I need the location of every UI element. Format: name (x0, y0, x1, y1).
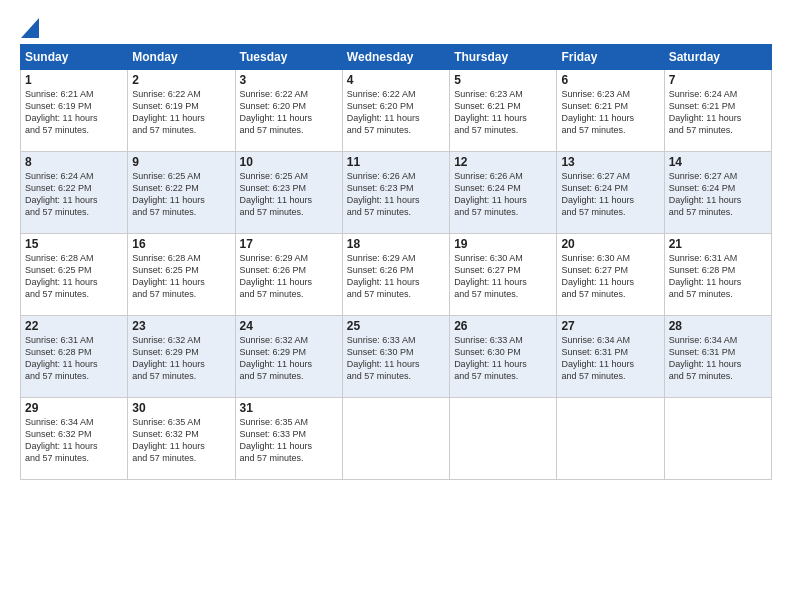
col-header-thursday: Thursday (450, 45, 557, 70)
calendar-cell: 28 Sunrise: 6:34 AMSunset: 6:31 PMDaylig… (664, 316, 771, 398)
svg-marker-0 (21, 18, 39, 38)
day-number: 21 (669, 237, 767, 251)
day-number: 4 (347, 73, 445, 87)
day-info: Sunrise: 6:31 AMSunset: 6:28 PMDaylight:… (25, 334, 123, 383)
day-number: 28 (669, 319, 767, 333)
calendar-cell (450, 398, 557, 480)
col-header-saturday: Saturday (664, 45, 771, 70)
day-info: Sunrise: 6:28 AMSunset: 6:25 PMDaylight:… (132, 252, 230, 301)
calendar-cell: 5 Sunrise: 6:23 AMSunset: 6:21 PMDayligh… (450, 70, 557, 152)
calendar-cell: 31 Sunrise: 6:35 AMSunset: 6:33 PMDaylig… (235, 398, 342, 480)
day-info: Sunrise: 6:26 AMSunset: 6:23 PMDaylight:… (347, 170, 445, 219)
day-number: 6 (561, 73, 659, 87)
day-number: 13 (561, 155, 659, 169)
day-number: 29 (25, 401, 123, 415)
day-info: Sunrise: 6:25 AMSunset: 6:22 PMDaylight:… (132, 170, 230, 219)
day-info: Sunrise: 6:34 AMSunset: 6:31 PMDaylight:… (561, 334, 659, 383)
day-info: Sunrise: 6:21 AMSunset: 6:19 PMDaylight:… (25, 88, 123, 137)
day-info: Sunrise: 6:27 AMSunset: 6:24 PMDaylight:… (669, 170, 767, 219)
day-info: Sunrise: 6:30 AMSunset: 6:27 PMDaylight:… (561, 252, 659, 301)
day-number: 16 (132, 237, 230, 251)
calendar-cell: 1 Sunrise: 6:21 AMSunset: 6:19 PMDayligh… (21, 70, 128, 152)
day-info: Sunrise: 6:32 AMSunset: 6:29 PMDaylight:… (240, 334, 338, 383)
logo (20, 18, 39, 36)
col-header-monday: Monday (128, 45, 235, 70)
calendar-cell: 25 Sunrise: 6:33 AMSunset: 6:30 PMDaylig… (342, 316, 449, 398)
calendar-cell: 19 Sunrise: 6:30 AMSunset: 6:27 PMDaylig… (450, 234, 557, 316)
day-info: Sunrise: 6:22 AMSunset: 6:20 PMDaylight:… (240, 88, 338, 137)
day-info: Sunrise: 6:23 AMSunset: 6:21 PMDaylight:… (454, 88, 552, 137)
logo-triangle-icon (21, 18, 39, 38)
day-number: 25 (347, 319, 445, 333)
calendar-cell: 12 Sunrise: 6:26 AMSunset: 6:24 PMDaylig… (450, 152, 557, 234)
day-info: Sunrise: 6:22 AMSunset: 6:20 PMDaylight:… (347, 88, 445, 137)
calendar-cell: 22 Sunrise: 6:31 AMSunset: 6:28 PMDaylig… (21, 316, 128, 398)
day-number: 8 (25, 155, 123, 169)
day-number: 27 (561, 319, 659, 333)
day-number: 19 (454, 237, 552, 251)
calendar-cell: 14 Sunrise: 6:27 AMSunset: 6:24 PMDaylig… (664, 152, 771, 234)
day-info: Sunrise: 6:23 AMSunset: 6:21 PMDaylight:… (561, 88, 659, 137)
day-info: Sunrise: 6:29 AMSunset: 6:26 PMDaylight:… (347, 252, 445, 301)
day-info: Sunrise: 6:27 AMSunset: 6:24 PMDaylight:… (561, 170, 659, 219)
calendar-cell: 2 Sunrise: 6:22 AMSunset: 6:19 PMDayligh… (128, 70, 235, 152)
col-header-tuesday: Tuesday (235, 45, 342, 70)
day-number: 2 (132, 73, 230, 87)
calendar-cell: 13 Sunrise: 6:27 AMSunset: 6:24 PMDaylig… (557, 152, 664, 234)
calendar-cell: 29 Sunrise: 6:34 AMSunset: 6:32 PMDaylig… (21, 398, 128, 480)
day-number: 31 (240, 401, 338, 415)
calendar-cell: 4 Sunrise: 6:22 AMSunset: 6:20 PMDayligh… (342, 70, 449, 152)
day-info: Sunrise: 6:29 AMSunset: 6:26 PMDaylight:… (240, 252, 338, 301)
day-info: Sunrise: 6:24 AMSunset: 6:22 PMDaylight:… (25, 170, 123, 219)
calendar-cell: 9 Sunrise: 6:25 AMSunset: 6:22 PMDayligh… (128, 152, 235, 234)
day-number: 26 (454, 319, 552, 333)
calendar-cell: 10 Sunrise: 6:25 AMSunset: 6:23 PMDaylig… (235, 152, 342, 234)
day-info: Sunrise: 6:22 AMSunset: 6:19 PMDaylight:… (132, 88, 230, 137)
day-info: Sunrise: 6:31 AMSunset: 6:28 PMDaylight:… (669, 252, 767, 301)
calendar-cell: 20 Sunrise: 6:30 AMSunset: 6:27 PMDaylig… (557, 234, 664, 316)
day-info: Sunrise: 6:24 AMSunset: 6:21 PMDaylight:… (669, 88, 767, 137)
day-number: 15 (25, 237, 123, 251)
day-info: Sunrise: 6:33 AMSunset: 6:30 PMDaylight:… (454, 334, 552, 383)
calendar-cell: 30 Sunrise: 6:35 AMSunset: 6:32 PMDaylig… (128, 398, 235, 480)
calendar-week-row: 8 Sunrise: 6:24 AMSunset: 6:22 PMDayligh… (21, 152, 772, 234)
col-header-wednesday: Wednesday (342, 45, 449, 70)
day-info: Sunrise: 6:25 AMSunset: 6:23 PMDaylight:… (240, 170, 338, 219)
calendar-week-row: 1 Sunrise: 6:21 AMSunset: 6:19 PMDayligh… (21, 70, 772, 152)
calendar-cell (557, 398, 664, 480)
calendar-cell (342, 398, 449, 480)
calendar-cell: 11 Sunrise: 6:26 AMSunset: 6:23 PMDaylig… (342, 152, 449, 234)
day-number: 17 (240, 237, 338, 251)
day-number: 5 (454, 73, 552, 87)
day-info: Sunrise: 6:26 AMSunset: 6:24 PMDaylight:… (454, 170, 552, 219)
header (20, 18, 772, 36)
calendar-cell: 8 Sunrise: 6:24 AMSunset: 6:22 PMDayligh… (21, 152, 128, 234)
day-info: Sunrise: 6:28 AMSunset: 6:25 PMDaylight:… (25, 252, 123, 301)
day-number: 18 (347, 237, 445, 251)
calendar-week-row: 22 Sunrise: 6:31 AMSunset: 6:28 PMDaylig… (21, 316, 772, 398)
day-number: 30 (132, 401, 230, 415)
calendar-cell: 18 Sunrise: 6:29 AMSunset: 6:26 PMDaylig… (342, 234, 449, 316)
col-header-sunday: Sunday (21, 45, 128, 70)
day-number: 11 (347, 155, 445, 169)
calendar-cell: 15 Sunrise: 6:28 AMSunset: 6:25 PMDaylig… (21, 234, 128, 316)
page: SundayMondayTuesdayWednesdayThursdayFrid… (0, 0, 792, 612)
calendar-cell: 17 Sunrise: 6:29 AMSunset: 6:26 PMDaylig… (235, 234, 342, 316)
day-info: Sunrise: 6:34 AMSunset: 6:32 PMDaylight:… (25, 416, 123, 465)
calendar-cell: 24 Sunrise: 6:32 AMSunset: 6:29 PMDaylig… (235, 316, 342, 398)
calendar-cell: 3 Sunrise: 6:22 AMSunset: 6:20 PMDayligh… (235, 70, 342, 152)
day-number: 22 (25, 319, 123, 333)
day-info: Sunrise: 6:32 AMSunset: 6:29 PMDaylight:… (132, 334, 230, 383)
day-number: 20 (561, 237, 659, 251)
day-number: 12 (454, 155, 552, 169)
calendar-table: SundayMondayTuesdayWednesdayThursdayFrid… (20, 44, 772, 480)
day-info: Sunrise: 6:35 AMSunset: 6:33 PMDaylight:… (240, 416, 338, 465)
day-info: Sunrise: 6:34 AMSunset: 6:31 PMDaylight:… (669, 334, 767, 383)
calendar-week-row: 29 Sunrise: 6:34 AMSunset: 6:32 PMDaylig… (21, 398, 772, 480)
day-info: Sunrise: 6:30 AMSunset: 6:27 PMDaylight:… (454, 252, 552, 301)
day-number: 1 (25, 73, 123, 87)
day-info: Sunrise: 6:35 AMSunset: 6:32 PMDaylight:… (132, 416, 230, 465)
day-number: 3 (240, 73, 338, 87)
calendar-cell: 27 Sunrise: 6:34 AMSunset: 6:31 PMDaylig… (557, 316, 664, 398)
day-info: Sunrise: 6:33 AMSunset: 6:30 PMDaylight:… (347, 334, 445, 383)
